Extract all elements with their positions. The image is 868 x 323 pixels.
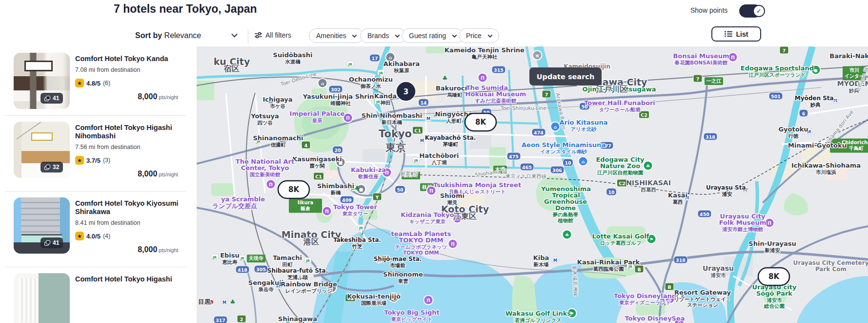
hotel-photo[interactable]: 32 xyxy=(14,122,70,178)
map-label-group: ya Scramble xyxy=(221,195,265,203)
map-label: 芝浦ふ頭 xyxy=(287,274,308,280)
map-label: 450 xyxy=(700,212,709,217)
map-label: ⌂ xyxy=(582,159,585,164)
hotel-name[interactable]: Comfort Hotel Tokyo Kanda xyxy=(75,55,185,63)
map-label-group: Tokyo DisneySea xyxy=(625,315,685,322)
map-label: 3 xyxy=(404,87,408,96)
map-label: Akihabara xyxy=(384,60,420,67)
map-label: Dome xyxy=(555,204,576,212)
map-label: 新木場 xyxy=(533,261,549,267)
map-label: Ario Kitasuna xyxy=(560,119,608,126)
map-label: 西葛西 xyxy=(640,187,656,193)
map-label: ☘ xyxy=(646,164,650,169)
show-points-toggle[interactable]: ✓ xyxy=(739,4,761,18)
map-label: 妙典 xyxy=(810,102,821,108)
sort-by-control[interactable]: Sort by Relevance xyxy=(135,31,201,40)
map-label: 御茶ノ水 xyxy=(360,83,382,89)
chevron-down-icon[interactable] xyxy=(231,31,238,38)
map-label: 409 xyxy=(342,197,352,203)
road-shield: 305 xyxy=(254,265,268,273)
price-marker[interactable]: 8K xyxy=(278,181,309,198)
map-label: 302 xyxy=(331,87,341,92)
map-label-group: 東京メトロ東西線 xyxy=(505,173,547,179)
road-shield: B xyxy=(635,265,644,273)
map-label: 市川 xyxy=(849,67,859,73)
map-label-group: Toei Shinjuku Line xyxy=(500,105,546,111)
map-label: JR xyxy=(305,259,310,263)
pill-label: Brands xyxy=(367,32,389,40)
photo-count: 41 xyxy=(53,239,59,246)
all-filters-button[interactable]: All filters xyxy=(255,31,291,39)
map-label: 恵比寿 xyxy=(222,259,238,265)
map-label: Shin-Nihombashi xyxy=(362,112,422,119)
hotel-photo[interactable]: 41 xyxy=(14,53,70,109)
road-shield: 475 xyxy=(507,152,521,160)
road-shield: C2 xyxy=(639,111,649,118)
map-label: すみだ北斎美術館 xyxy=(475,98,517,104)
map-label: Π xyxy=(346,116,350,121)
jr-icon: JR xyxy=(358,225,364,230)
list-view-button[interactable]: List xyxy=(711,26,761,42)
map-label: 新富町? xyxy=(400,171,418,176)
map-label: Edogawa Sportsland xyxy=(741,65,814,72)
map-label: 国立新美術館 xyxy=(250,172,281,177)
filter-pill-brands[interactable]: Brands xyxy=(360,28,406,43)
price-marker[interactable]: 8K xyxy=(465,113,496,131)
map-label: Suidōbashi xyxy=(273,51,313,59)
price-unit: pts/night xyxy=(159,172,178,177)
update-search-button[interactable]: Update search xyxy=(529,67,602,86)
map-label: Kabuki-za xyxy=(351,166,386,173)
map-label: Urayasu Sta. xyxy=(706,184,748,191)
hotel-photo[interactable]: 41 xyxy=(14,197,70,254)
price-marker[interactable]: 8K xyxy=(758,268,789,285)
map-label-group: Lotte Kasai Golfロッテ葛西ゴルフ xyxy=(592,233,649,246)
hotel-name[interactable]: Comfort Hotel Tokyo Higashi Nihombashi xyxy=(75,124,185,140)
road-shield: 418 xyxy=(236,266,249,273)
road-shield: 17 xyxy=(370,54,380,62)
road-shield: 2 xyxy=(237,315,246,323)
header: 7 hotels near Tokyo, Japan Show points ✓… xyxy=(0,0,868,46)
map-label: ロッテ葛西ゴルフ xyxy=(600,240,641,246)
map-label: M xyxy=(222,301,226,305)
map-label-group: Wakasu Golf Links若洲ゴルフリンクス xyxy=(505,310,571,323)
map-label: ⌂ xyxy=(321,81,324,86)
map-label: JR xyxy=(379,71,384,75)
filter-pill-guest-rating[interactable]: Guest rating xyxy=(402,28,464,43)
map-label: Toei Shinjuku Line xyxy=(500,105,546,111)
map-label: チームラボプラネッツ xyxy=(395,244,447,250)
map-label: Update search xyxy=(537,73,594,81)
map-canvas[interactable]: 一之江木場天現寺Iikura飯倉新富町市川インターChidoricho千鳥町枝川… xyxy=(197,46,868,323)
map-label: 江戸川区自然動物園 xyxy=(597,170,644,176)
photo-count-badge: 41 xyxy=(40,237,63,248)
map-label: 市場前 xyxy=(390,262,405,268)
hotel-name[interactable]: Comfort Hotel Tokyo Kiyosumi Shirakawa xyxy=(75,199,185,216)
map-label: Shin-Urayasu xyxy=(748,240,796,247)
map[interactable]: 一之江木場天現寺Iikura飯倉新富町市川インターChidoricho千鳥町枝川… xyxy=(197,46,868,323)
map-label: ♣ xyxy=(443,75,448,82)
map-label: Tamachi xyxy=(273,254,302,261)
map-label: JR xyxy=(414,159,419,163)
list-icon xyxy=(725,31,732,37)
shop-icon: ⌂ xyxy=(579,157,588,166)
hotel-name[interactable]: Comfort Hotel Tokyo Higashi xyxy=(75,275,185,283)
map-label-group: Urayasu CityFolk Museum浦安市郷土博物館 xyxy=(719,213,766,232)
cluster-marker[interactable]: 3 xyxy=(396,82,416,101)
map-label: 皇居 xyxy=(312,117,323,123)
map-label: Kiba xyxy=(533,254,549,261)
photo-count-badge: 32 xyxy=(40,162,63,172)
map-label: 8K xyxy=(288,185,300,194)
map-label: 東京ディズニーランド xyxy=(619,300,671,305)
map-label: Kameido Tenjin Shrine xyxy=(444,46,525,54)
map-label: 418 xyxy=(238,267,247,273)
map-label: Tokyo xyxy=(379,128,412,140)
map-label: Park Com xyxy=(815,266,847,273)
map-label: 竹芝 xyxy=(352,243,363,249)
jr-icon: JR xyxy=(378,70,384,75)
results-sidebar[interactable]: 41 Comfort Hotel Tokyo Kanda 7.08 mi fro… xyxy=(0,46,197,323)
jr-icon: JR xyxy=(211,254,218,259)
filter-pill-amenities[interactable]: Amenities xyxy=(309,28,363,43)
hotel-photo[interactable] xyxy=(14,273,70,323)
filter-pill-price[interactable]: Price xyxy=(459,28,499,43)
map-label-group: Tokyo Big Sight東京ビッグサイト xyxy=(384,309,439,322)
map-label: Folk Museum xyxy=(719,219,766,226)
